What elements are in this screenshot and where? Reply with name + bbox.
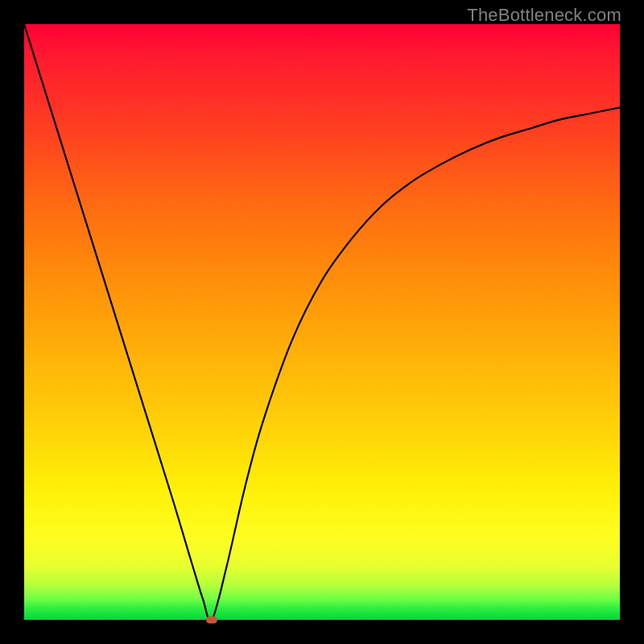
- plot-area: [24, 24, 620, 620]
- chart-frame: TheBottleneck.com: [0, 0, 644, 644]
- minimum-marker: [206, 617, 217, 624]
- bottleneck-curve: [24, 24, 620, 620]
- watermark-text: TheBottleneck.com: [467, 5, 621, 26]
